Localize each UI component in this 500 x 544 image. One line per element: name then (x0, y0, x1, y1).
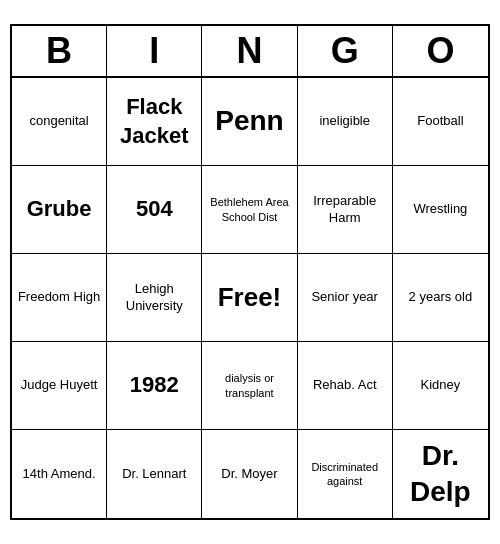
bingo-cell: Dr. Moyer (202, 430, 297, 518)
bingo-cell: 14th Amend. (12, 430, 107, 518)
bingo-cell: Free! (202, 254, 297, 342)
bingo-grid: congenitalFlack JacketPennineligibleFoot… (12, 78, 488, 518)
bingo-cell: Dr. Lennart (107, 430, 202, 518)
bingo-cell: Discriminated against (298, 430, 393, 518)
bingo-cell: Judge Huyett (12, 342, 107, 430)
bingo-cell: Wrestling (393, 166, 488, 254)
bingo-cell: congenital (12, 78, 107, 166)
bingo-cell: Bethlehem Area School Dist (202, 166, 297, 254)
bingo-cell: 504 (107, 166, 202, 254)
bingo-cell: Flack Jacket (107, 78, 202, 166)
bingo-cell: ineligible (298, 78, 393, 166)
bingo-cell: Kidney (393, 342, 488, 430)
header-letter: G (298, 26, 393, 76)
bingo-cell: Grube (12, 166, 107, 254)
bingo-cell: Dr. Delp (393, 430, 488, 518)
bingo-cell: Football (393, 78, 488, 166)
bingo-cell: dialysis or transplant (202, 342, 297, 430)
bingo-cell: Freedom High (12, 254, 107, 342)
bingo-cell: 2 years old (393, 254, 488, 342)
bingo-cell: 1982 (107, 342, 202, 430)
bingo-cell: Irreparable Harm (298, 166, 393, 254)
bingo-cell: Penn (202, 78, 297, 166)
header-letter: O (393, 26, 488, 76)
header-letter: B (12, 26, 107, 76)
bingo-cell: Lehigh University (107, 254, 202, 342)
header-letter: I (107, 26, 202, 76)
header-letter: N (202, 26, 297, 76)
bingo-card: BINGO congenitalFlack JacketPennineligib… (10, 24, 490, 520)
bingo-cell: Rehab. Act (298, 342, 393, 430)
bingo-cell: Senior year (298, 254, 393, 342)
bingo-header: BINGO (12, 26, 488, 78)
